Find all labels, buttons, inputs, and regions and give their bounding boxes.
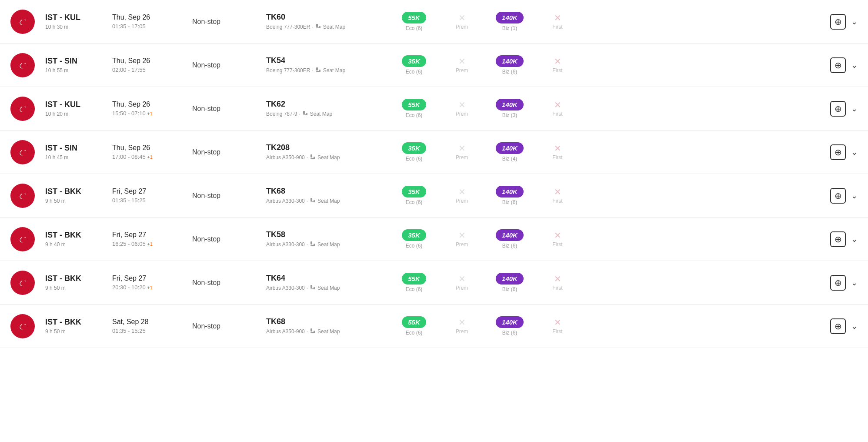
seat-map-link[interactable]: Seat Map (317, 328, 340, 335)
seat-icon (310, 198, 316, 205)
seat-map-link[interactable]: Seat Map (317, 198, 340, 204)
flight-details: TK60 Boeing 777-300ER · Seat Map (266, 13, 379, 31)
eco-cabin[interactable]: 35K Eco (6) (397, 55, 431, 75)
aircraft-info: Airbus A350-900 · Seat Map (266, 328, 379, 335)
route-duration: 10 h 30 m (45, 24, 102, 30)
flight-time: 15:50 - 07:10 +1 (112, 110, 182, 117)
expand-button[interactable]: ⊕ (830, 188, 846, 204)
seat-map-link[interactable]: Seat Map (323, 24, 345, 30)
eco-seats-label: Eco (6) (406, 112, 423, 118)
svg-point-21 (22, 192, 25, 195)
prem-unavailable-icon: ✕ (458, 144, 466, 153)
first-label: First (552, 67, 562, 74)
biz-seats-label: Biz (1) (502, 25, 517, 31)
expand-button[interactable]: ⊕ (830, 275, 846, 291)
eco-cabin[interactable]: 55K Eco (6) (397, 273, 431, 292)
aircraft-info: Airbus A350-900 · Seat Map (266, 154, 379, 161)
eco-cabin[interactable]: 35K Eco (6) (397, 186, 431, 205)
cabin-prices: 35K Eco (6) ✕ Prem 140K Biz (4) ✕ First (397, 142, 830, 162)
eco-cabin[interactable]: 55K Eco (6) (397, 12, 431, 31)
chevron-down-icon[interactable]: ⌄ (851, 104, 858, 114)
eco-cabin[interactable]: 35K Eco (6) (397, 229, 431, 249)
biz-price-badge: 140K (496, 229, 524, 241)
prem-unavailable-icon: ✕ (458, 100, 466, 109)
flight-number: TK64 (266, 274, 379, 283)
flight-row: IST - SIN 10 h 55 m Thu, Sep 26 02:00 - … (0, 44, 868, 87)
prem-unavailable-icon: ✕ (458, 275, 466, 283)
eco-seats-label: Eco (6) (406, 25, 423, 31)
prem-cabin: ✕ Prem (444, 100, 479, 117)
seat-map-link[interactable]: Seat Map (317, 154, 340, 161)
first-unavailable-icon: ✕ (554, 100, 561, 109)
chevron-down-icon[interactable]: ⌄ (851, 278, 858, 288)
svg-point-26 (22, 236, 25, 239)
aircraft-info: Airbus A330-300 · Seat Map (266, 241, 379, 248)
expand-button[interactable]: ⊕ (830, 231, 846, 247)
seat-map-link[interactable]: Seat Map (310, 111, 332, 117)
chevron-down-icon[interactable]: ⌄ (851, 321, 858, 331)
eco-price-badge: 35K (402, 55, 426, 67)
expand-button[interactable]: ⊕ (830, 144, 846, 160)
prem-label: Prem (456, 111, 468, 117)
dot-separator: · (312, 24, 313, 30)
chevron-down-icon[interactable]: ⌄ (851, 60, 858, 70)
svg-point-16 (22, 149, 25, 152)
seat-map-link[interactable]: Seat Map (317, 285, 340, 291)
prem-label: Prem (456, 328, 468, 335)
flight-row: IST - SIN 10 h 45 m Thu, Sep 26 17:00 - … (0, 131, 868, 174)
svg-point-20 (14, 188, 31, 204)
prem-cabin: ✕ Prem (444, 275, 479, 291)
chevron-down-icon[interactable]: ⌄ (851, 147, 858, 157)
biz-cabin[interactable]: 140K Biz (4) (492, 142, 527, 162)
svg-point-6 (22, 62, 25, 65)
chevron-down-icon[interactable]: ⌄ (851, 234, 858, 244)
expand-button[interactable]: ⊕ (830, 101, 846, 117)
svg-rect-32 (310, 285, 312, 288)
eco-seats-label: Eco (6) (406, 156, 423, 162)
chevron-down-icon[interactable]: ⌄ (851, 17, 858, 27)
expand-button[interactable]: ⊕ (830, 318, 846, 334)
svg-rect-27 (310, 241, 312, 244)
aircraft-info: Airbus A330-300 · Seat Map (266, 198, 379, 205)
svg-rect-37 (310, 328, 312, 332)
expand-button[interactable]: ⊕ (830, 14, 846, 30)
eco-cabin[interactable]: 55K Eco (6) (397, 316, 431, 336)
route-info: IST - BKK 9 h 50 m (45, 318, 102, 335)
route-code: IST - BKK (45, 187, 102, 196)
biz-cabin[interactable]: 140K Biz (6) (492, 229, 527, 249)
aircraft-name: Boeing 777-300ER (266, 67, 310, 74)
svg-rect-2 (316, 24, 318, 27)
svg-rect-14 (306, 113, 307, 115)
stops-info: Non-stop (192, 192, 249, 200)
first-label: First (552, 285, 562, 291)
chevron-down-icon[interactable]: ⌄ (851, 191, 858, 201)
eco-price-badge: 35K (402, 229, 426, 241)
first-unavailable-icon: ✕ (554, 318, 561, 327)
biz-cabin[interactable]: 140K Biz (6) (492, 186, 527, 205)
date-info: Fri, Sep 27 01:35 - 15:25 (112, 188, 182, 204)
biz-seats-label: Biz (6) (502, 199, 517, 205)
expand-button[interactable]: ⊕ (830, 57, 846, 73)
flight-number: TK60 (266, 13, 379, 22)
flight-details: TK68 Airbus A330-300 · Seat Map (266, 187, 379, 205)
biz-cabin[interactable]: 140K Biz (1) (492, 12, 527, 31)
first-unavailable-icon: ✕ (554, 57, 561, 66)
route-info: IST - BKK 9 h 50 m (45, 274, 102, 291)
biz-seats-label: Biz (6) (502, 243, 517, 249)
prem-cabin: ✕ Prem (444, 231, 479, 248)
route-info: IST - KUL 10 h 20 m (45, 100, 102, 117)
prem-label: Prem (456, 24, 468, 30)
route-duration: 9 h 50 m (45, 328, 102, 335)
first-unavailable-icon: ✕ (554, 275, 561, 283)
eco-cabin[interactable]: 55K Eco (6) (397, 99, 431, 118)
biz-cabin[interactable]: 140K Biz (6) (492, 55, 527, 75)
first-label: First (552, 154, 562, 161)
biz-cabin[interactable]: 140K Biz (6) (492, 316, 527, 336)
biz-cabin[interactable]: 140K Biz (6) (492, 273, 527, 292)
biz-cabin[interactable]: 140K Biz (3) (492, 99, 527, 118)
seat-map-link[interactable]: Seat Map (323, 67, 345, 74)
eco-cabin[interactable]: 35K Eco (6) (397, 142, 431, 162)
seat-map-link[interactable]: Seat Map (317, 241, 340, 248)
row-actions: ⊕ ⌄ (830, 275, 858, 291)
route-duration: 10 h 45 m (45, 154, 102, 161)
